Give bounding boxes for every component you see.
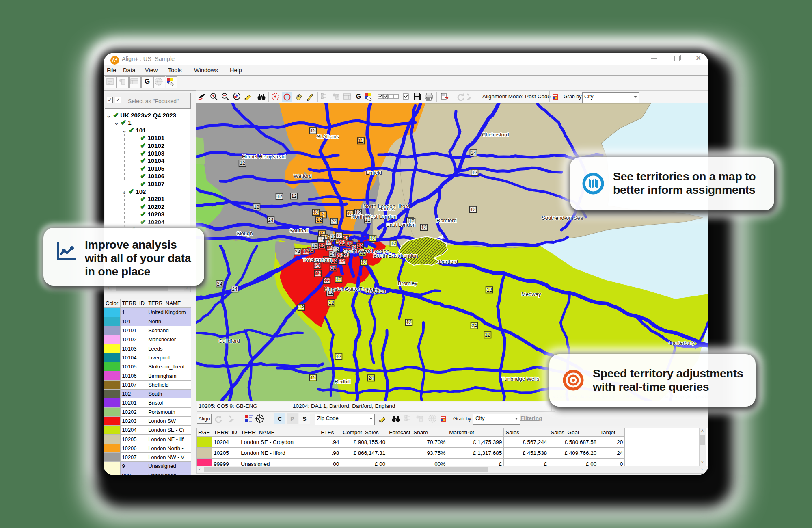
svg-text:12: 12	[316, 217, 322, 223]
svg-text:12: 12	[391, 241, 396, 247]
svg-text:Southend-on-Sea: Southend-on-Sea	[542, 215, 583, 221]
svg-text:12: 12	[361, 260, 367, 265]
svg-text:24: 24	[217, 281, 222, 287]
svg-text:Bromley: Bromley	[398, 280, 417, 286]
svg-text:a: a	[379, 419, 381, 423]
svg-text:Sutton: Sutton	[346, 286, 361, 292]
svg-text:12: 12	[370, 236, 376, 241]
svg-text:12: 12	[336, 354, 341, 359]
svg-text:24: 24	[471, 150, 476, 156]
svg-text:24: 24	[471, 323, 477, 329]
svg-text:Tunbridge Wells: Tunbridge Wells	[501, 376, 540, 382]
svg-text:24: 24	[368, 375, 374, 381]
svg-text:12: 12	[470, 207, 476, 212]
svg-text:12: 12	[254, 204, 259, 210]
svg-text:Chelmsford: Chelmsford	[482, 132, 509, 138]
svg-text:Canterbury: Canterbury	[669, 340, 695, 346]
svg-text:12: 12	[276, 194, 282, 199]
svg-text:Redhill: Redhill	[335, 379, 351, 385]
svg-text:a: a	[244, 97, 246, 101]
svg-text:12: 12	[330, 265, 336, 271]
svg-text:12: 12	[421, 225, 427, 230]
svg-text:East London: East London	[386, 222, 416, 228]
svg-text:12: 12	[486, 287, 492, 293]
svg-text:12: 12	[310, 375, 316, 381]
svg-text:12: 12	[298, 305, 304, 310]
svg-text:12: 12	[291, 193, 297, 199]
svg-text:24: 24	[315, 263, 320, 268]
svg-text:12: 12	[339, 259, 345, 264]
svg-text:Enfield: Enfield	[366, 170, 382, 176]
svg-text:Southall: Southall	[289, 227, 309, 234]
svg-text:12: 12	[339, 240, 345, 246]
svg-text:Hemel Hempstead: Hemel Hempstead	[242, 154, 286, 160]
svg-text:12: 12	[485, 332, 490, 338]
svg-text:Croydon: Croydon	[365, 288, 385, 294]
svg-text:12: 12	[315, 271, 321, 277]
svg-text:Ilford: Ilford	[398, 203, 410, 209]
svg-text:12: 12	[331, 258, 337, 264]
svg-text:12: 12	[310, 128, 316, 134]
svg-text:Slough: Slough	[236, 230, 253, 236]
svg-text:12: 12	[313, 210, 319, 215]
svg-text:Medway: Medway	[521, 291, 541, 297]
svg-text:Twickenham: Twickenham	[302, 257, 332, 263]
svg-text:12: 12	[406, 320, 412, 325]
svg-text:12: 12	[312, 243, 317, 249]
svg-text:24: 24	[232, 286, 238, 292]
svg-text:12: 12	[472, 170, 477, 175]
svg-text:12: 12	[358, 138, 364, 144]
svg-text:16: 16	[318, 237, 324, 242]
svg-text:24: 24	[268, 217, 274, 223]
svg-text:12: 12	[319, 243, 325, 249]
svg-text:24: 24	[295, 249, 300, 255]
svg-text:St Albans: St Albans	[317, 134, 339, 140]
svg-text:Dartford: Dartford	[439, 259, 458, 265]
svg-text:12: 12	[336, 277, 341, 282]
svg-text:12: 12	[337, 253, 343, 259]
svg-text:12: 12	[303, 249, 309, 255]
svg-text:North West London: North West London	[351, 214, 397, 220]
svg-text:12: 12	[328, 300, 334, 306]
svg-text:Watford: Watford	[294, 173, 312, 179]
svg-text:North London: North London	[363, 203, 395, 209]
svg-text:Guildford: Guildford	[218, 338, 240, 344]
svg-text:South East London: South East London	[373, 253, 418, 259]
svg-text:12: 12	[336, 233, 342, 238]
svg-text:Romford: Romford	[436, 217, 457, 223]
svg-text:24: 24	[331, 219, 337, 224]
svg-text:24: 24	[330, 251, 335, 257]
svg-text:12: 12	[240, 160, 245, 166]
svg-text:12: 12	[324, 278, 330, 283]
